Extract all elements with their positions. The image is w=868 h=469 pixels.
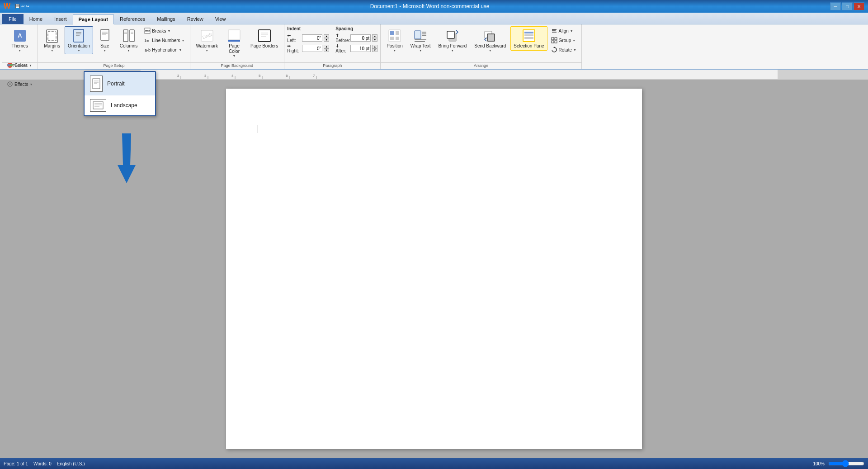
arrange-group: Position ▼ Wrap Text ▼ <box>381 24 582 69</box>
indent-section: Indent ⬅ Left: ▲ ▼ ➡ Right: ▲ ▼ <box>287 26 329 60</box>
page-color-label2: Color <box>229 49 240 54</box>
maximize-button[interactable]: □ <box>842 2 853 10</box>
window-controls: ─ □ ✕ <box>830 2 864 10</box>
align-button[interactable]: Align ▼ <box>549 26 579 35</box>
indent-left-input[interactable] <box>302 34 322 42</box>
tab-page-layout[interactable]: Page Layout <box>73 14 114 24</box>
tab-review[interactable]: Review <box>181 14 209 24</box>
minimize-button[interactable]: ─ <box>830 2 841 10</box>
spacing-before-input[interactable] <box>350 34 371 42</box>
svg-rect-25 <box>145 31 150 33</box>
bring-forward-button[interactable]: Bring Forward ▼ <box>435 26 470 54</box>
spacing-before-up[interactable]: ▲ <box>372 34 377 38</box>
position-button[interactable]: Position ▼ <box>383 26 406 54</box>
svg-text:1=: 1= <box>144 38 149 43</box>
tab-mailings[interactable]: Mailings <box>151 14 181 24</box>
tab-file[interactable]: File <box>2 14 24 24</box>
spacing-after-down[interactable]: ▼ <box>372 48 377 52</box>
page-color-label: Page <box>229 43 239 48</box>
wrap-text-button[interactable]: Wrap Text ▼ <box>407 26 434 54</box>
landscape-label: Landscape <box>111 102 137 109</box>
landscape-option[interactable]: Landscape <box>85 95 155 115</box>
themes-button[interactable]: A Themes ▼ <box>9 26 31 54</box>
svg-rect-61 <box>552 41 554 43</box>
indent-right-down[interactable]: ▼ <box>324 48 329 52</box>
spacing-after-input[interactable] <box>350 45 371 52</box>
selection-pane-icon <box>522 28 536 43</box>
effects-icon <box>7 81 13 87</box>
svg-text:2: 2 <box>177 74 179 78</box>
orientation-button[interactable]: Orientation ▼ <box>65 26 93 54</box>
zoom-slider[interactable] <box>828 461 864 466</box>
watermark-icon: Draft <box>200 28 214 43</box>
portrait-option[interactable]: Portrait <box>85 72 155 95</box>
page-borders-label: Page Borders <box>250 43 278 48</box>
size-button[interactable]: Size ▼ <box>94 26 115 54</box>
indent-left-up[interactable]: ▲ <box>324 34 329 38</box>
line-numbers-label: Line Numbers <box>152 38 180 43</box>
quick-access: 💾 ↩ ↪ <box>15 4 29 9</box>
svg-marker-88 <box>118 133 136 183</box>
svg-text:5: 5 <box>259 74 261 78</box>
send-backward-button[interactable]: Send Backward ▼ <box>471 26 509 54</box>
tab-view[interactable]: View <box>209 14 232 24</box>
indent-right-input[interactable] <box>302 45 322 52</box>
themes-label: Themes <box>12 43 28 48</box>
line-numbers-icon: 1= <box>144 37 151 43</box>
indent-right-label: ➡ Right: <box>287 43 301 53</box>
svg-rect-62 <box>555 41 557 43</box>
group-button[interactable]: Group ▼ <box>549 36 579 45</box>
position-icon <box>387 28 402 43</box>
close-button[interactable]: ✕ <box>854 2 864 10</box>
spacing-before-down[interactable]: ▼ <box>372 38 377 42</box>
rotate-button[interactable]: Rotate ▼ <box>549 45 579 54</box>
themes-group: A Themes ▼ Colors ▼ A Fonts ▼ Effects ▼ <box>2 24 38 69</box>
tab-insert[interactable]: Insert <box>48 14 73 24</box>
spacing-after-up[interactable]: ▲ <box>372 45 377 48</box>
columns-icon <box>122 28 136 43</box>
hyphenation-label: Hyphenation <box>152 47 177 52</box>
page-setup-label: Page Setup <box>38 62 189 68</box>
selection-pane-button[interactable]: Selection Pane <box>510 26 547 51</box>
rotate-label: Rotate <box>559 47 572 52</box>
page-borders-button[interactable]: Page Borders <box>247 26 281 51</box>
columns-button[interactable]: Columns ▼ <box>117 26 141 54</box>
watermark-button[interactable]: Draft Watermark ▼ <box>193 26 222 54</box>
hyphenation-button[interactable]: a-b Hyphenation ▼ <box>142 45 187 54</box>
svg-rect-10 <box>74 29 84 42</box>
bring-forward-icon <box>445 28 460 43</box>
themes-icon: A <box>13 28 27 43</box>
spacing-before-spinner[interactable]: ▲ ▼ <box>372 34 377 42</box>
breaks-button[interactable]: Breaks ▼ <box>142 26 187 35</box>
tab-home[interactable]: Home <box>24 14 48 24</box>
svg-text:a-b: a-b <box>145 48 151 52</box>
spacing-before-row: ⬆ Before: ▲ ▼ <box>335 33 377 43</box>
svg-rect-49 <box>447 31 454 38</box>
effects-button[interactable]: Effects ▼ <box>5 80 35 89</box>
indent-left-down[interactable]: ▼ <box>324 38 329 42</box>
indent-header: Indent <box>287 26 329 31</box>
wrap-text-label: Wrap Text <box>410 43 431 48</box>
page-color-button[interactable]: Page Color ▼ <box>224 26 245 60</box>
svg-rect-59 <box>552 38 554 40</box>
tab-references[interactable]: References <box>114 14 151 24</box>
portrait-page-svg <box>92 78 100 89</box>
spacing-after-spinner[interactable]: ▲ ▼ <box>372 45 377 52</box>
indent-right-spinner[interactable]: ▲ ▼ <box>324 45 329 52</box>
indent-right-up[interactable]: ▲ <box>324 45 329 48</box>
send-backward-label: Send Backward <box>474 43 506 48</box>
status-bar: Page: 1 of 1 Words: 0 English (U.S.) 100… <box>0 458 868 469</box>
paragraph-label: Paragraph <box>284 62 380 68</box>
breaks-icon <box>144 28 151 34</box>
themes-group-label: Themes <box>2 62 38 68</box>
svg-rect-24 <box>145 28 150 30</box>
columns-label: Columns <box>120 43 137 48</box>
paragraph-group: Indent ⬅ Left: ▲ ▼ ➡ Right: ▲ ▼ <box>284 24 381 69</box>
line-numbers-button[interactable]: 1= Line Numbers ▼ <box>142 36 187 45</box>
document-page[interactable] <box>226 89 642 449</box>
margins-button[interactable]: Margins ▼ <box>41 26 63 54</box>
send-backward-icon <box>483 28 497 43</box>
orientation-dropdown: Portrait Landscape <box>84 71 156 116</box>
indent-left-spinner[interactable]: ▲ ▼ <box>324 34 329 42</box>
page-bg-group: Draft Watermark ▼ Page Color ▼ <box>190 24 285 69</box>
